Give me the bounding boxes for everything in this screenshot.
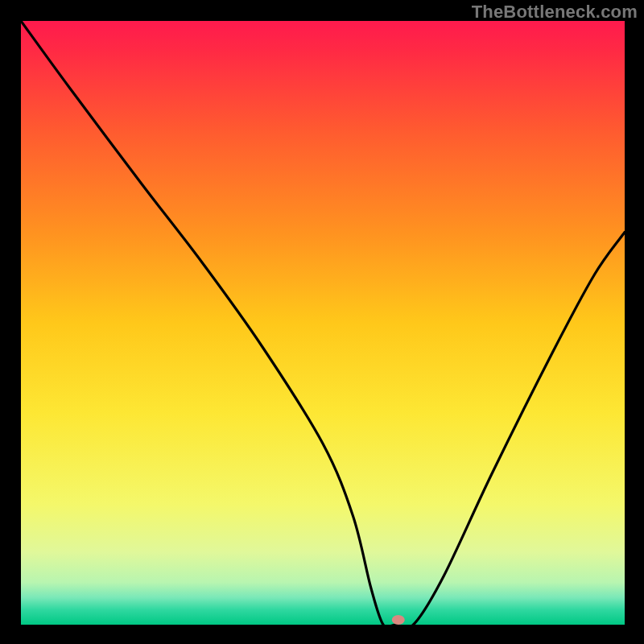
optimum-marker (392, 615, 405, 625)
chart-stage: TheBottleneck.com (0, 0, 644, 644)
watermark-text: TheBottleneck.com (472, 2, 638, 23)
plot-frame (21, 21, 625, 625)
chart-svg (21, 21, 625, 625)
chart-background (21, 21, 625, 625)
